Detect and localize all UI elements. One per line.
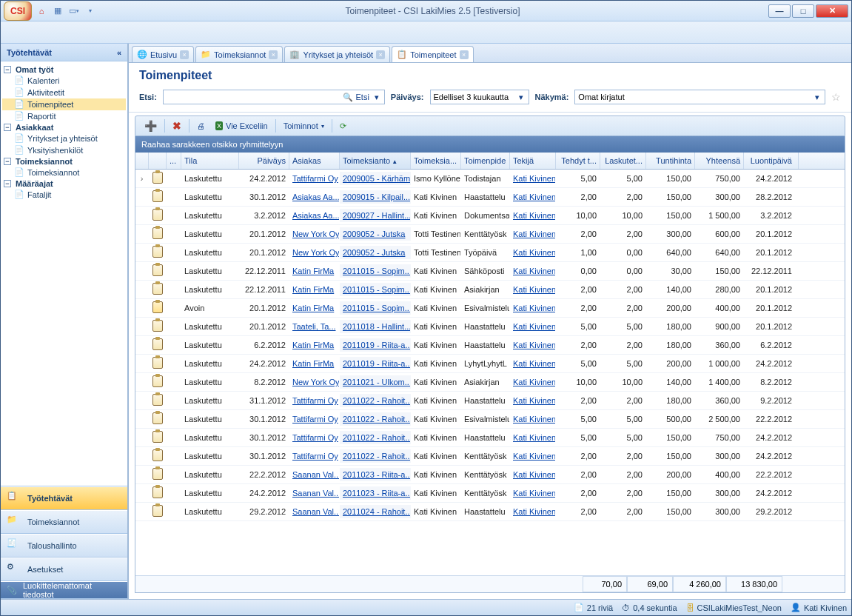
cell-toimeksianto[interactable]: 2011024 - Rahoit...	[340, 505, 411, 518]
table-row[interactable]: Laskutettu6.2.2012Katin FirMa2011019 - R…	[135, 336, 845, 355]
cell-asiakas[interactable]: Tattifarmi Oy	[289, 449, 340, 463]
table-row[interactable]: Laskutettu20.1.2012Taateli, Ta...2011018…	[135, 318, 845, 336]
table-row[interactable]: Laskutettu24.2.2012Saanan Val...2011023 …	[135, 484, 845, 503]
cell-tekija[interactable]: Kati Kivinen	[510, 301, 556, 315]
cell-toimeksianto[interactable]: 2011022 - Rahoit...	[340, 449, 411, 463]
cell-asiakas[interactable]: Tattifarmi Oy	[289, 431, 340, 444]
col-asiakas[interactable]: Asiakas	[289, 153, 340, 169]
tab-close-icon[interactable]: ×	[460, 50, 469, 59]
cell-tekija[interactable]: Kati Kivinen	[510, 375, 556, 389]
maximize-button[interactable]: □	[792, 4, 814, 18]
table-row[interactable]: Laskutettu20.1.2012New York Oy2009052 - …	[135, 225, 845, 244]
col-tuntihinta[interactable]: Tuntihinta	[646, 153, 695, 169]
refresh-button[interactable]: ⟳	[337, 118, 349, 133]
cell-tekija[interactable]: Kati Kivinen	[510, 338, 556, 352]
cell-toimeksianto[interactable]: 2009015 - Kilpail...	[340, 190, 411, 204]
minimize-button[interactable]: —	[768, 4, 791, 18]
actions-button[interactable]: Toiminnot ▾	[281, 118, 327, 133]
cell-asiakas[interactable]: Katin FirMa	[289, 338, 340, 352]
cell-asiakas[interactable]: New York Oy	[289, 246, 340, 259]
delete-button[interactable]: ✖	[170, 118, 184, 133]
date-combo[interactable]: Edelliset 3 kuukautta ▾	[430, 90, 529, 104]
cell-tekija[interactable]: Kati Kivinen	[510, 449, 556, 463]
cell-asiakas[interactable]: Tattifarmi Oy	[289, 412, 340, 426]
grid-body[interactable]: ›Laskutettu24.2.2012Tattifarmi Oy2009005…	[135, 170, 845, 575]
view-combo[interactable]: Omat kirjatut ▾	[574, 90, 825, 104]
cell-toimeksianto[interactable]: 2011022 - Rahoit...	[340, 394, 411, 407]
cell-asiakas[interactable]: Tattifarmi Oy	[289, 172, 340, 185]
cell-toimeksianto[interactable]: 2011023 - Riita-a...	[340, 468, 411, 481]
tree-item[interactable]: 📄Yritykset ja yhteisöt	[2, 133, 126, 144]
window-icon[interactable]: ▭▾	[67, 4, 81, 18]
table-row[interactable]: Laskutettu30.1.2012Tattifarmi Oy2011022 …	[135, 447, 845, 466]
table-row[interactable]: Laskutettu24.2.2012Katin FirMa2011019 - …	[135, 355, 845, 373]
cell-asiakas[interactable]: Asiakas Aa...	[289, 209, 340, 222]
cell-toimeksianto[interactable]: 2009052 - Jutska	[340, 227, 411, 241]
cell-asiakas[interactable]: Katin FirMa	[289, 301, 340, 315]
search-button[interactable]: Etsi	[353, 93, 372, 101]
excel-button[interactable]: X Vie Exceliin	[212, 118, 271, 133]
tab-close-icon[interactable]: ×	[269, 50, 278, 59]
expander-icon[interactable]: −	[4, 180, 11, 187]
col-luontipaiva[interactable]: Luontipäivä	[744, 153, 799, 169]
cell-tekija[interactable]: Kati Kivinen	[510, 209, 556, 222]
sidebar-footer[interactable]: 📎 Luokittelemattomat tiedostot	[1, 581, 127, 599]
table-row[interactable]: Laskutettu29.2.2012Saanan Val...2011024 …	[135, 503, 845, 521]
collapse-icon[interactable]: «	[117, 48, 121, 57]
table-row[interactable]: Laskutettu3.2.2012Asiakas Aa...2009027 -…	[135, 207, 845, 225]
table-row[interactable]: Laskutettu30.1.2012Asiakas Aa...2009015 …	[135, 188, 845, 207]
tree-group[interactable]: − Omat työt	[2, 64, 126, 75]
nav-button[interactable]: 📋Työtehtävät	[1, 486, 127, 510]
cell-asiakas[interactable]: Saanan Val...	[289, 486, 340, 500]
nav-button[interactable]: 📁Toimeksiannot	[1, 510, 127, 534]
cell-asiakas[interactable]: New York Oy	[289, 375, 340, 389]
cell-toimeksianto[interactable]: 2011019 - Riita-a...	[340, 357, 411, 370]
tree-item[interactable]: 📄Yksityishenkilöt	[2, 144, 126, 156]
col-tekija[interactable]: Tekijä	[510, 153, 556, 169]
cell-tekija[interactable]: Kati Kivinen	[510, 227, 556, 241]
table-row[interactable]: Laskutettu30.1.2012Tattifarmi Oy2011022 …	[135, 410, 845, 429]
table-row[interactable]: Laskutettu22.12.2011Katin FirMa2011015 -…	[135, 262, 845, 281]
favorite-icon[interactable]: ☆	[831, 91, 841, 103]
cell-tekija[interactable]: Kati Kivinen	[510, 264, 556, 278]
tree-item[interactable]: 📄Raportit	[2, 110, 126, 122]
cell-asiakas[interactable]: Katin FirMa	[289, 264, 340, 278]
col-dots[interactable]: ...	[167, 153, 181, 169]
table-row[interactable]: Laskutettu22.12.2011Katin FirMa2011015 -…	[135, 281, 845, 299]
cell-toimeksianto[interactable]: 2011015 - Sopim...	[340, 301, 411, 315]
tab-close-icon[interactable]: ×	[180, 50, 189, 59]
cell-tekija[interactable]: Kati Kivinen	[510, 172, 556, 185]
dropdown-icon[interactable]: ▾	[84, 4, 97, 18]
tree-item[interactable]: 📄Toimeksiannot	[2, 167, 126, 178]
cell-tekija[interactable]: Kati Kivinen	[510, 412, 556, 426]
tab-close-icon[interactable]: ×	[376, 50, 385, 59]
col-tehdyt[interactable]: Tehdyt t...	[556, 153, 600, 169]
col-yhteensa[interactable]: Yhteensä	[695, 153, 744, 169]
grid-icon[interactable]: ▦	[51, 4, 64, 18]
cell-asiakas[interactable]: Saanan Val...	[289, 505, 340, 518]
cell-toimeksianto[interactable]: 2009005 - Kärhämä	[340, 172, 411, 185]
cell-tekija[interactable]: Kati Kivinen	[510, 505, 556, 518]
search-input[interactable]	[167, 93, 343, 101]
search-icon[interactable]: 🔍	[343, 93, 353, 102]
tab[interactable]: 🏢Yritykset ja yhteisöt×	[284, 46, 390, 62]
cell-toimeksianto[interactable]: 2011023 - Riita-a...	[340, 486, 411, 500]
cell-toimeksianto[interactable]: 2009052 - Jutska	[340, 246, 411, 259]
cell-toimeksianto[interactable]: 2011022 - Rahoit...	[340, 412, 411, 426]
table-row[interactable]: Avoin20.1.2012Katin FirMa2011015 - Sopim…	[135, 299, 845, 318]
tree-group[interactable]: − Toimeksiannot	[2, 156, 126, 167]
table-row[interactable]: Laskutettu31.1.2012Tattifarmi Oy2011022 …	[135, 392, 845, 410]
cell-asiakas[interactable]: New York Oy	[289, 227, 340, 241]
table-row[interactable]: Laskutettu20.1.2012New York Oy2009052 - …	[135, 244, 845, 262]
tree-group[interactable]: − Asiakkaat	[2, 122, 126, 133]
expander-icon[interactable]: −	[4, 66, 11, 73]
cell-asiakas[interactable]: Katin FirMa	[289, 357, 340, 370]
table-row[interactable]: ›Laskutettu24.2.2012Tattifarmi Oy2009005…	[135, 170, 845, 188]
group-by-bar[interactable]: Raahaa sarakkeen otsikko ryhmittelyyn	[135, 136, 845, 153]
tab[interactable]: 🌐Etusivu×	[132, 46, 194, 62]
cell-tekija[interactable]: Kati Kivinen	[510, 190, 556, 204]
cell-asiakas[interactable]: Tattifarmi Oy	[289, 394, 340, 407]
cell-tekija[interactable]: Kati Kivinen	[510, 283, 556, 296]
tree-group[interactable]: − Määräajat	[2, 178, 126, 189]
search-dropdown-icon[interactable]: ▾	[372, 93, 381, 102]
